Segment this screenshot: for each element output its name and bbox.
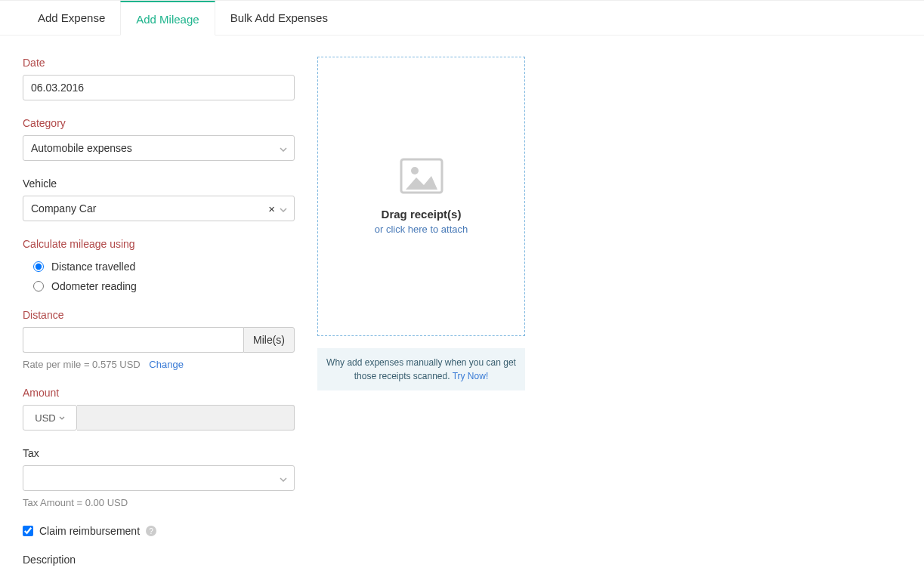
calc-mileage-label: Calculate mileage using	[23, 238, 295, 250]
clear-icon[interactable]: ×	[268, 202, 275, 215]
claim-reimbursement-checkbox[interactable]	[23, 526, 33, 536]
image-placeholder-icon	[400, 158, 443, 194]
vehicle-select[interactable]	[23, 196, 295, 221]
category-select[interactable]	[23, 135, 295, 161]
currency-value: USD	[35, 412, 55, 424]
distance-label: Distance	[23, 309, 295, 321]
distance-input[interactable]	[23, 327, 243, 353]
tax-amount-hint: Tax Amount = 0.00 USD	[23, 497, 295, 508]
radio-odometer-label: Odometer reading	[51, 280, 137, 292]
date-input[interactable]	[23, 75, 295, 100]
radio-distance-travelled[interactable]	[33, 261, 44, 272]
distance-unit: Mile(s)	[243, 327, 295, 353]
scan-promo-box: Why add expenses manually when you can g…	[317, 348, 525, 390]
amount-label: Amount	[23, 387, 295, 399]
vehicle-label: Vehicle	[23, 177, 295, 190]
radio-distance-label: Distance travelled	[51, 261, 135, 273]
dropzone-title: Drag receipt(s)	[382, 208, 462, 221]
claim-reimbursement-label: Claim reimbursement	[39, 525, 140, 537]
tab-add-expense[interactable]: Add Expense	[23, 1, 120, 35]
tab-bulk-add-expenses[interactable]: Bulk Add Expenses	[215, 1, 343, 35]
category-label: Category	[23, 117, 295, 129]
description-label: Description	[0, 554, 924, 566]
tax-select[interactable]	[23, 465, 295, 491]
try-now-link[interactable]: Try Now!	[453, 371, 489, 381]
caret-down-icon	[59, 416, 65, 420]
amount-input	[77, 405, 295, 430]
help-icon[interactable]: ?	[146, 526, 156, 536]
change-rate-link[interactable]: Change	[149, 359, 184, 370]
tabs-bar: Add Expense Add Mileage Bulk Add Expense…	[0, 1, 924, 35]
currency-select[interactable]: USD	[23, 405, 77, 430]
radio-odometer-reading[interactable]	[33, 281, 44, 292]
svg-point-1	[411, 167, 419, 174]
tab-add-mileage[interactable]: Add Mileage	[120, 1, 215, 35]
receipt-dropzone[interactable]: Drag receipt(s) or click here to attach	[317, 57, 525, 336]
date-label: Date	[23, 57, 295, 69]
tax-label: Tax	[23, 447, 295, 459]
dropzone-attach-link[interactable]: or click here to attach	[375, 224, 468, 235]
rate-per-mile-hint: Rate per mile = 0.575 USD	[23, 359, 141, 370]
